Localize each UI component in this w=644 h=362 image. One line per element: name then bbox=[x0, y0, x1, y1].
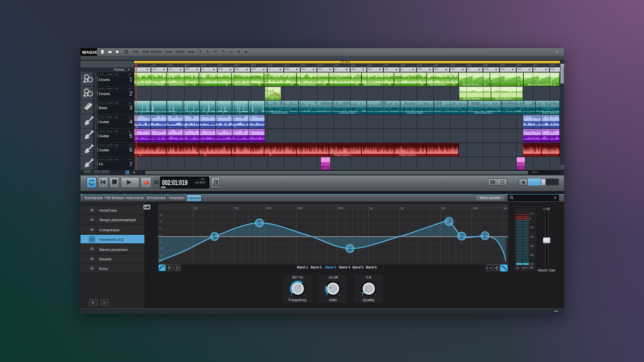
svg-text:3: 3 bbox=[349, 246, 351, 251]
svg-text:Broons Drums ...: Broons Drums ... bbox=[170, 83, 189, 86]
svg-text:2: 2 bbox=[258, 221, 261, 225]
svg-text:...: ... bbox=[172, 153, 174, 156]
svg-text:Rome Bass B 4....: Rome Bass B 4.... bbox=[474, 111, 495, 114]
svg-text:...: ... bbox=[547, 153, 549, 156]
svg-text:10k: 10k bbox=[472, 207, 478, 210]
svg-text:Broons Drums ...: Broons Drums ... bbox=[463, 83, 482, 86]
svg-text:500: 500 bbox=[338, 207, 344, 210]
svg-text:...: ... bbox=[237, 153, 239, 156]
svg-text:Palao Guitar A....: Palao Guitar A.... bbox=[399, 153, 419, 156]
svg-text:...: ... bbox=[201, 139, 203, 142]
svg-text:0: 0 bbox=[159, 233, 160, 236]
svg-text:...: ... bbox=[152, 139, 154, 142]
svg-text:15: 15 bbox=[159, 213, 162, 216]
svg-text:Concrete Bass ....: Concrete Bass .... bbox=[339, 111, 359, 114]
svg-text:Broons Drums ...: Broons Drums ... bbox=[299, 83, 318, 86]
svg-text:100: 100 bbox=[266, 207, 272, 210]
svg-text:...: ... bbox=[302, 153, 304, 156]
svg-text:...: ... bbox=[152, 125, 154, 128]
svg-text:1k: 1k bbox=[369, 207, 373, 210]
svg-text:Hz: Hz bbox=[504, 207, 507, 210]
svg-text:Broons Drums A.HDP...: Broons Drums A.HDP... bbox=[528, 83, 554, 86]
svg-text:50: 50 bbox=[235, 207, 238, 210]
svg-text:...: ... bbox=[201, 125, 203, 128]
svg-text:Rome Bass B 4....: Rome Bass B 4.... bbox=[542, 111, 560, 114]
svg-text:R...: R... bbox=[269, 153, 273, 156]
svg-text:Broons Drums ...: Broons Drums ... bbox=[234, 83, 254, 86]
svg-text:F...: F... bbox=[234, 125, 237, 128]
svg-text:F...: F... bbox=[185, 125, 189, 128]
svg-text:...: ... bbox=[495, 83, 497, 86]
svg-text:5k: 5k bbox=[441, 207, 445, 210]
svg-text:Broons Drums ...: Broons Drums ... bbox=[429, 83, 448, 86]
svg-text:20: 20 bbox=[194, 207, 197, 210]
svg-text:Concrete Bass ....: Concrete Bass .... bbox=[271, 111, 291, 114]
svg-text:Broons Drums ...: Broons Drums ... bbox=[463, 97, 482, 100]
svg-text:5: 5 bbox=[159, 227, 160, 230]
svg-text:200: 200 bbox=[297, 207, 302, 210]
svg-text:...: ... bbox=[169, 125, 171, 128]
svg-text:R...: R... bbox=[204, 153, 208, 156]
svg-text:2k: 2k bbox=[400, 207, 404, 210]
svg-text:1: 1 bbox=[213, 234, 216, 239]
svg-text:5: 5 bbox=[460, 234, 463, 238]
svg-text:R...: R... bbox=[139, 153, 143, 156]
svg-text:4: 4 bbox=[448, 219, 450, 224]
svg-text:10: 10 bbox=[159, 220, 162, 223]
svg-text:...: ... bbox=[218, 125, 220, 128]
svg-text:Broons Drums ...: Broons Drums ... bbox=[496, 97, 515, 100]
svg-text:6: 6 bbox=[484, 234, 486, 238]
